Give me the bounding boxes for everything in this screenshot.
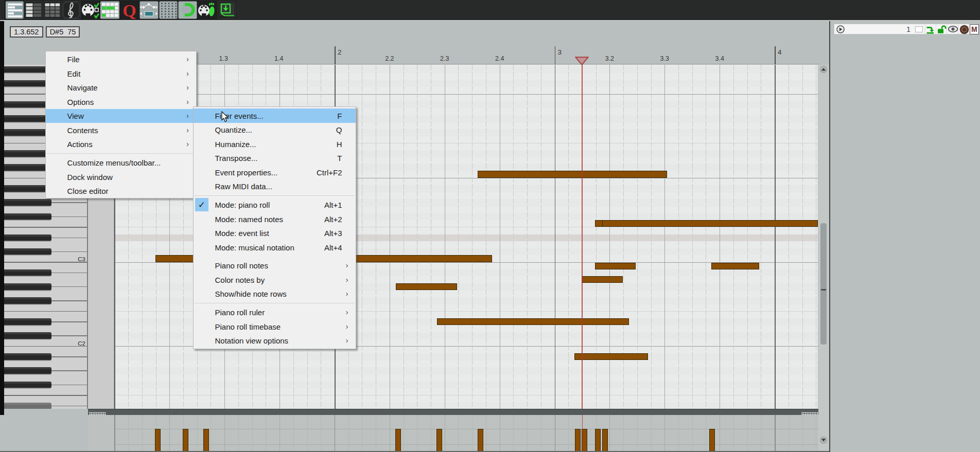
svg-text:Q: Q [122,1,136,20]
